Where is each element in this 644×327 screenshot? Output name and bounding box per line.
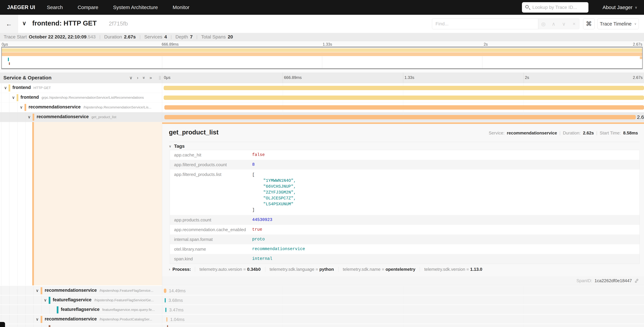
minimap-tick: 2s: [484, 42, 488, 47]
service-color-bar: [49, 297, 50, 304]
nav-item-monitor[interactable]: Monitor: [172, 4, 189, 10]
column-resize-handle[interactable]: [159, 76, 160, 80]
nav-item-compare[interactable]: Compare: [78, 4, 98, 10]
span-bar[interactable]: [164, 288, 166, 293]
tag-value: 8: [252, 160, 255, 169]
service-color-bar: [57, 306, 58, 314]
process-item: telemetry.sdk.version = 1.13.0: [420, 267, 487, 272]
collapse-span-icon[interactable]: ∨: [12, 95, 15, 100]
collapse-span-icon[interactable]: ∨: [36, 317, 39, 322]
service-operation-header: Service & Operation: [3, 75, 52, 80]
service-color-bar: [41, 316, 42, 323]
tag-row: app.cache_hit false: [170, 150, 640, 160]
span-bar[interactable]: [166, 317, 168, 322]
duration-value: 2.67s: [124, 34, 136, 40]
trace-header: ← ∨ frontend: HTTP GET 2f715fb ◎ ∧ ∨ × ⌘…: [0, 15, 644, 33]
process-summary[interactable]: › Process: telemetry.auto.version = 0.34…: [169, 267, 487, 272]
span-row-selected[interactable]: ∨ recommendationserviceget_product_list …: [0, 112, 644, 122]
process-item: telemetry.auto.version = 0.34b0: [195, 267, 265, 272]
collapse-one-icon[interactable]: ∨: [129, 75, 132, 80]
trace-id: 2f715fb: [109, 20, 128, 27]
services-label: Services: [144, 34, 162, 40]
chevron-down-icon: ∨: [169, 144, 172, 148]
tag-key: app.products.count: [170, 215, 252, 222]
keyboard-shortcuts-button[interactable]: ⌘: [583, 18, 595, 29]
collapse-trace-chevron[interactable]: ∨: [22, 20, 26, 26]
span-duration: 3.47ms: [169, 307, 184, 312]
span-row[interactable]: ∨ featureflagservice/hipstershop.Feature…: [0, 295, 644, 304]
collapse-span-icon[interactable]: ∨: [4, 86, 7, 90]
timeline-tick: 2s: [525, 75, 529, 80]
expand-all-icon[interactable]: »: [150, 75, 152, 80]
total-spans-value: 20: [228, 34, 233, 40]
services-value: 4: [164, 34, 167, 40]
nav-item-search[interactable]: Search: [47, 4, 63, 10]
scroll-helper-button[interactable]: [0, 322, 5, 327]
depth-value: 7: [190, 34, 193, 40]
span-bar[interactable]: [164, 86, 644, 90]
app-logo[interactable]: JAEGER UI: [7, 4, 35, 10]
tag-key: internal.span.format: [170, 234, 252, 242]
process-item: telemetry.sdk.name = opentelemetry: [338, 267, 420, 272]
tag-value: recommendationservice: [252, 244, 305, 254]
span-duration: 2.62s: [637, 114, 644, 120]
prev-result-icon[interactable]: ∧: [548, 19, 559, 29]
expand-one-icon[interactable]: ›: [137, 75, 138, 80]
span-bar[interactable]: [164, 115, 636, 119]
span-service: frontend: [12, 85, 31, 90]
span-row[interactable]: ∨ recommendationservice/hipstershop.Prod…: [0, 314, 644, 324]
trace-minimap: 0μs 666.89ms 1.33s 2s 2.67s: [0, 41, 644, 72]
span-duration: 14.49ms: [169, 288, 186, 294]
span-bar[interactable]: [165, 298, 166, 302]
tag-value: true: [252, 225, 262, 234]
span-row-partial[interactable]: [0, 324, 644, 327]
span-operation: /hipstershop.FeatureFlagService...: [100, 288, 154, 292]
span-detail-row: get_product_list Service:recommendations…: [0, 122, 644, 285]
span-id-bar: SpanID: 1ca2262df0e18447: [162, 276, 644, 285]
span-bar[interactable]: [167, 325, 168, 327]
top-nav: JAEGER UI Search Compare System Architec…: [0, 0, 644, 15]
span-bar[interactable]: [165, 308, 166, 312]
minimap-tick: 1.33s: [323, 42, 332, 47]
span-service: recommendationservice: [28, 104, 81, 110]
minimap-span-bar: [9, 62, 10, 65]
minimap-span-bar: [2, 48, 642, 52]
tag-value: proto: [252, 234, 265, 244]
span-row[interactable]: ∨ recommendationservice/hipstershop.Feat…: [0, 285, 644, 295]
about-jaeger-menu[interactable]: About Jaeger ∨: [602, 4, 637, 10]
trace-view-selector[interactable]: Trace Timeline ∨: [598, 18, 639, 29]
trace-start-value: October 22 2022, 22:10:09: [29, 34, 86, 40]
trace-lookup-input[interactable]: [522, 2, 588, 12]
tags-section-toggle[interactable]: ∨ Tags: [169, 144, 185, 149]
back-button[interactable]: ←: [0, 15, 18, 33]
collapse-span-icon[interactable]: ∨: [20, 105, 23, 110]
focus-target-icon[interactable]: ◎: [538, 19, 548, 29]
next-result-icon[interactable]: ∨: [559, 19, 569, 29]
span-service: featureflagservice: [53, 297, 92, 302]
span-service: recommendationservice: [45, 288, 97, 293]
collapse-span-icon[interactable]: ∨: [36, 288, 39, 293]
tag-key: app.filtered_products.list: [170, 170, 252, 177]
clear-find-icon[interactable]: ×: [569, 19, 579, 29]
minimap-span-bar: [8, 58, 9, 61]
span-row[interactable]: ∨ frontendHTTP GET: [0, 83, 644, 93]
collapse-span-icon[interactable]: ∨: [44, 298, 47, 302]
collapse-all-icon[interactable]: »: [143, 75, 145, 80]
collapse-span-icon[interactable]: ∨: [28, 115, 31, 119]
tag-row: span.kind internal: [170, 254, 640, 264]
tag-key: span.kind: [170, 254, 252, 262]
span-row[interactable]: ∨ frontendgrpc.hipstershop.Recommendatio…: [0, 93, 644, 102]
tag-value: false: [252, 150, 265, 159]
find-input[interactable]: [432, 18, 538, 29]
span-bar[interactable]: [164, 96, 644, 100]
nav-item-system-architecture[interactable]: System Architecture: [113, 4, 158, 10]
copy-link-icon[interactable]: [634, 278, 639, 283]
span-row[interactable]: featureflagservicefeatureflagservice.rep…: [0, 304, 644, 314]
minimap-viewport[interactable]: [1, 47, 643, 69]
detail-highlight-area[interactable]: [34, 122, 162, 285]
tags-table: app.cache_hit false app.filtered_product…: [170, 150, 640, 264]
span-id-value: 1ca2262df0e18447: [594, 278, 632, 283]
chevron-right-icon: ›: [169, 267, 170, 272]
span-bar[interactable]: [164, 105, 644, 110]
span-row[interactable]: ∨ recommendationservice/hipstershop.Reco…: [0, 102, 644, 112]
